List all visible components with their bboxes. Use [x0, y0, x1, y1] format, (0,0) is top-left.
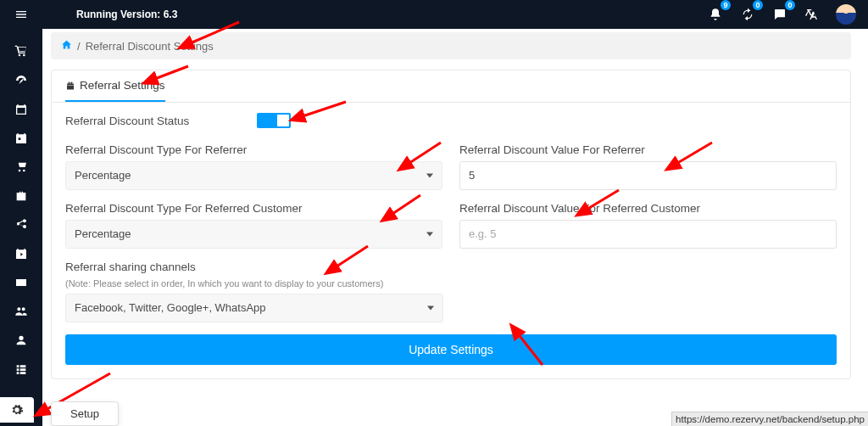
sidebar-item-schedule[interactable]	[0, 239, 42, 268]
sidebar-item-setup[interactable]	[0, 397, 34, 423]
type-referrer-value: Percentage	[75, 169, 131, 182]
channels-note: (Note: Please select in order, In which …	[65, 278, 443, 289]
sidebar-item-dashboard[interactable]	[0, 66, 42, 95]
sidebar-item-payments[interactable]	[0, 268, 42, 297]
type-referrer-label: Referral Discount Type For Referrer	[65, 143, 442, 156]
channels-value: Facebook, Twitter, Google+, WhatsApp	[75, 301, 266, 314]
channels-label: Referral sharing channels	[65, 261, 443, 273]
update-button[interactable]: Update Settings	[65, 334, 837, 365]
breadcrumb: / Referral Discount Settings	[51, 32, 851, 59]
channels-select[interactable]: Facebook, Twitter, Google+, WhatsApp	[65, 294, 443, 322]
sidebar-item-list[interactable]	[0, 355, 42, 384]
menu-toggle[interactable]	[0, 0, 42, 29]
value-referred-placeholder: e.g. 5	[469, 227, 497, 240]
breadcrumb-sep: /	[77, 40, 81, 53]
value-referred-input[interactable]: e.g. 5	[459, 220, 837, 249]
type-referred-value: Percentage	[75, 227, 131, 240]
bell-icon[interactable]: 9	[707, 6, 724, 23]
sidebar-item-calendar[interactable]	[0, 95, 42, 124]
chevron-down-icon	[426, 174, 433, 178]
chat-badge: 0	[785, 0, 795, 10]
sidebar-item-event[interactable]	[0, 124, 42, 153]
status-row: Referral Discount Status	[65, 113, 837, 128]
value-referrer-input[interactable]: 5	[459, 161, 837, 190]
type-referred-select[interactable]: Percentage	[65, 220, 442, 249]
sync-badge: 0	[753, 0, 763, 10]
sidebar-item-users[interactable]	[0, 297, 42, 326]
status-label: Referral Discount Status	[65, 115, 189, 127]
value-referrer-label: Referral Discount Value For Referrer	[459, 143, 837, 156]
topbar: Running Version: 6.3 9 0 0	[0, 0, 868, 29]
tab-header: Referral Settings	[52, 70, 850, 103]
bell-badge: 9	[721, 0, 731, 10]
sidebar	[0, 29, 42, 426]
version-label: Running Version: 6.3	[76, 8, 177, 20]
sidebar-item-cart[interactable]	[0, 37, 42, 66]
avatar[interactable]	[836, 4, 856, 25]
topbar-right: 9 0 0	[707, 0, 868, 29]
setup-tooltip: Setup	[51, 401, 119, 426]
gift-icon	[65, 81, 75, 91]
tab-label: Referral Settings	[80, 79, 165, 92]
settings-card: Referral Settings Referral Discount Stat…	[51, 70, 851, 379]
chevron-down-icon	[427, 306, 434, 311]
main: / Referral Discount Settings Referral Se…	[42, 29, 860, 426]
sidebar-item-orders[interactable]	[0, 153, 42, 182]
home-icon[interactable]	[61, 39, 72, 53]
value-referred-label: Referral Discount Value For Referred Cus…	[459, 202, 837, 215]
chevron-down-icon	[426, 233, 433, 237]
value-referrer-value: 5	[469, 169, 475, 182]
status-toggle[interactable]	[257, 113, 291, 128]
type-referrer-select[interactable]: Percentage	[65, 161, 442, 190]
breadcrumb-current: Referral Discount Settings	[86, 40, 214, 53]
type-referred-label: Referral Discount Type For Referred Cust…	[65, 202, 442, 215]
url-hint: https://demo.rezervy.net/backend/setup.p…	[671, 412, 868, 426]
sidebar-item-share[interactable]	[0, 210, 42, 239]
language-icon[interactable]	[804, 6, 821, 23]
sidebar-item-briefcase[interactable]	[0, 182, 42, 210]
tab-referral-settings[interactable]: Referral Settings	[65, 70, 165, 102]
sync-icon[interactable]: 0	[739, 6, 756, 23]
chat-icon[interactable]: 0	[771, 6, 788, 23]
sidebar-item-user[interactable]	[0, 326, 42, 355]
